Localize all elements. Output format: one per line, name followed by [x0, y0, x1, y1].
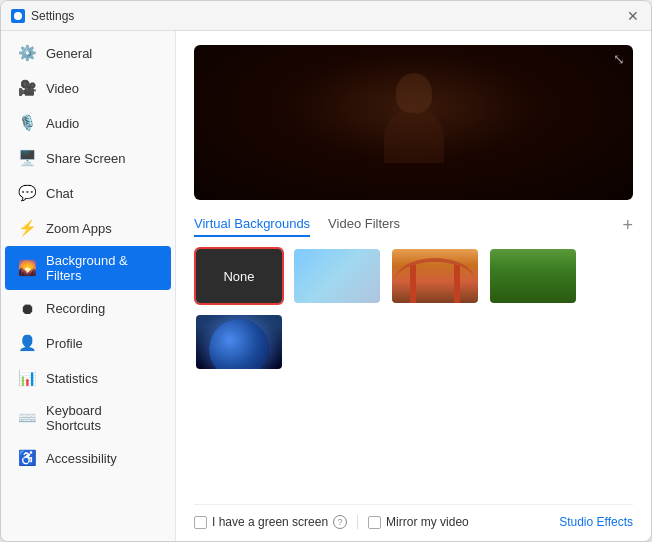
- bottom-divider: [357, 515, 358, 529]
- sidebar-item-statistics[interactable]: 📊 Statistics: [5, 361, 171, 395]
- keyboard-icon: ⌨️: [17, 408, 37, 428]
- sidebar-item-share-screen[interactable]: 🖥️ Share Screen: [5, 141, 171, 175]
- recording-icon: ⏺: [17, 298, 37, 318]
- window-title: Settings: [31, 9, 74, 23]
- tabs-bar: Virtual Backgrounds Video Filters +: [194, 212, 633, 237]
- sidebar-item-zoom-apps[interactable]: ⚡ Zoom Apps: [5, 211, 171, 245]
- audio-icon: 🎙️: [17, 113, 37, 133]
- sidebar-item-recording[interactable]: ⏺ Recording: [5, 291, 171, 325]
- sidebar-item-audio[interactable]: 🎙️ Audio: [5, 106, 171, 140]
- video-icon: 🎥: [17, 78, 37, 98]
- sidebar-label-share-screen: Share Screen: [46, 151, 126, 166]
- sidebar-item-keyboard[interactable]: ⌨️ Keyboard Shortcuts: [5, 396, 171, 440]
- sidebar-label-video: Video: [46, 81, 79, 96]
- sidebar-label-background: Background & Filters: [46, 253, 159, 283]
- earth-circle: [209, 319, 269, 369]
- statistics-icon: 📊: [17, 368, 37, 388]
- settings-window: Settings ✕ ⚙️ General 🎥 Video 🎙️ Audio: [0, 0, 652, 542]
- app-icon: [11, 9, 25, 23]
- background-bridge[interactable]: [390, 247, 480, 305]
- mirror-label: Mirror my video: [386, 515, 469, 529]
- bottom-bar: I have a green screen ? Mirror my video …: [194, 504, 633, 529]
- silhouette-body: [384, 108, 444, 163]
- sidebar-item-video[interactable]: 🎥 Video: [5, 71, 171, 105]
- title-bar: Settings ✕: [1, 1, 651, 31]
- green-screen-info-icon[interactable]: ?: [333, 515, 347, 529]
- close-button[interactable]: ✕: [625, 8, 641, 24]
- title-bar-left: Settings: [11, 9, 74, 23]
- svg-point-0: [14, 12, 22, 20]
- bridge-arch: [395, 258, 475, 303]
- sidebar-label-audio: Audio: [46, 116, 79, 131]
- background-none[interactable]: None: [194, 247, 284, 305]
- sidebar-label-profile: Profile: [46, 336, 83, 351]
- background-icon: 🌄: [17, 258, 37, 278]
- tab-virtual-backgrounds[interactable]: Virtual Backgrounds: [194, 212, 310, 237]
- add-background-button[interactable]: +: [622, 216, 633, 234]
- blur-label: Blur: [294, 303, 317, 305]
- studio-effects-link[interactable]: Studio Effects: [559, 515, 633, 529]
- fullscreen-icon[interactable]: ⤡: [613, 51, 625, 67]
- share-screen-icon: 🖥️: [17, 148, 37, 168]
- mirror-group: Mirror my video: [368, 515, 469, 529]
- sidebar-item-general[interactable]: ⚙️ General: [5, 36, 171, 70]
- background-nature[interactable]: [488, 247, 578, 305]
- sidebar-item-accessibility[interactable]: ♿ Accessibility: [5, 441, 171, 475]
- video-preview-inner: [194, 45, 633, 200]
- tab-video-filters[interactable]: Video Filters: [328, 212, 400, 237]
- sidebar-label-recording: Recording: [46, 301, 105, 316]
- sidebar-label-keyboard: Keyboard Shortcuts: [46, 403, 159, 433]
- sidebar-item-chat[interactable]: 💬 Chat: [5, 176, 171, 210]
- general-icon: ⚙️: [17, 43, 37, 63]
- backgrounds-grid-row2: [194, 313, 633, 371]
- accessibility-icon: ♿: [17, 448, 37, 468]
- silhouette-head: [396, 73, 432, 113]
- sidebar-label-zoom-apps: Zoom Apps: [46, 221, 112, 236]
- background-blur[interactable]: Blur: [292, 247, 382, 305]
- green-screen-group: I have a green screen ?: [194, 515, 347, 529]
- sidebar-label-accessibility: Accessibility: [46, 451, 117, 466]
- sidebar-label-general: General: [46, 46, 92, 61]
- green-screen-label: I have a green screen: [212, 515, 328, 529]
- silhouette: [374, 73, 454, 173]
- sidebar-label-statistics: Statistics: [46, 371, 98, 386]
- background-earth[interactable]: [194, 313, 284, 371]
- backgrounds-grid: None Blur: [194, 247, 633, 305]
- sidebar-label-chat: Chat: [46, 186, 73, 201]
- main-content: ⚙️ General 🎥 Video 🎙️ Audio 🖥️ Share Scr…: [1, 31, 651, 541]
- profile-icon: 👤: [17, 333, 37, 353]
- video-preview: ⤡: [194, 45, 633, 200]
- sidebar: ⚙️ General 🎥 Video 🎙️ Audio 🖥️ Share Scr…: [1, 31, 176, 541]
- green-screen-checkbox[interactable]: [194, 516, 207, 529]
- mirror-checkbox[interactable]: [368, 516, 381, 529]
- sidebar-item-background[interactable]: 🌄 Background & Filters: [5, 246, 171, 290]
- sidebar-item-profile[interactable]: 👤 Profile: [5, 326, 171, 360]
- none-label: None: [196, 249, 282, 303]
- main-panel: ⤡ Virtual Backgrounds Video Filters + No…: [176, 31, 651, 541]
- zoom-apps-icon: ⚡: [17, 218, 37, 238]
- chat-icon: 💬: [17, 183, 37, 203]
